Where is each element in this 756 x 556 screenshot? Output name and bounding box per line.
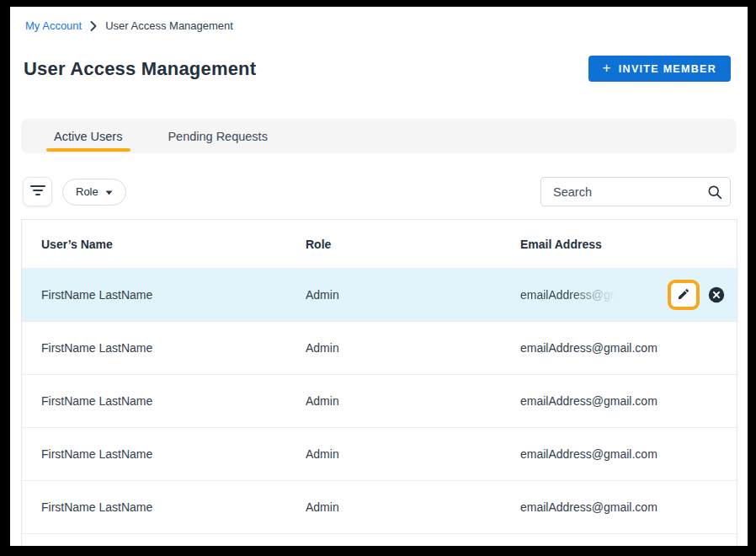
page-header: User Access Management + INVITE MEMBER xyxy=(24,56,731,82)
table-row[interactable]: FirstName LastNameAdminemailAddress@gmai… xyxy=(22,321,737,374)
tab-pending-requests-label: Pending Requests xyxy=(168,130,268,143)
table-row[interactable]: FirstName LastNameAdminemailAddress@gmai… xyxy=(22,374,737,427)
table-row[interactable]: FirstName LastNameAdminemailAddress@gm xyxy=(22,268,737,321)
tab-active-users-label: Active Users xyxy=(54,130,122,143)
row-actions xyxy=(668,280,725,310)
table-row[interactable]: FirstName LastNameAdminemailAddress@gmai… xyxy=(22,427,737,480)
column-header-email: Email Address xyxy=(520,238,737,251)
column-header-role: Role xyxy=(306,238,520,251)
column-header-users-name: User’s Name xyxy=(22,238,306,251)
table-row-partial[interactable] xyxy=(22,533,737,546)
cell-email: emailAddress@gmail.com xyxy=(520,341,737,355)
edit-pencil-icon xyxy=(677,287,690,303)
cell-name: FirstName LastName xyxy=(22,394,306,408)
active-tab-underline xyxy=(46,148,130,152)
cell-role: Admin xyxy=(306,447,520,461)
cell-name: FirstName LastName xyxy=(22,447,306,461)
user-access-page: My Account User Access Management User A… xyxy=(10,7,748,546)
filter-icon xyxy=(30,184,45,199)
invite-member-label: INVITE MEMBER xyxy=(619,63,716,75)
table-body: FirstName LastNameAdminemailAddress@gm F… xyxy=(22,268,737,546)
cell-email: emailAddress@gmail.com xyxy=(520,447,737,461)
cell-role: Admin xyxy=(306,341,520,355)
tab-pending-requests[interactable]: Pending Requests xyxy=(145,119,290,153)
table-row[interactable]: FirstName LastNameAdminemailAddress@gmai… xyxy=(22,480,737,533)
plus-icon: + xyxy=(603,61,612,75)
tab-active-users[interactable]: Active Users xyxy=(31,119,145,153)
invite-member-button[interactable]: + INVITE MEMBER xyxy=(588,56,731,82)
caret-down-icon xyxy=(105,185,113,198)
search-icon[interactable] xyxy=(707,184,722,200)
cell-name: FirstName LastName xyxy=(22,341,306,355)
filter-button[interactable] xyxy=(23,177,52,206)
breadcrumb-link-my-account[interactable]: My Account xyxy=(25,19,82,32)
cell-name: FirstName LastName xyxy=(22,500,306,514)
cell-role: Admin xyxy=(306,500,520,514)
breadcrumb: My Account User Access Management xyxy=(10,7,748,32)
role-filter-dropdown[interactable]: Role xyxy=(62,179,126,206)
role-filter-label: Role xyxy=(76,185,98,198)
table-controls: Role xyxy=(23,177,731,206)
cell-email: emailAddress@gmail.com xyxy=(520,500,737,514)
table-header-row: User’s Name Role Email Address xyxy=(22,220,737,268)
breadcrumb-chevron-icon xyxy=(90,21,97,31)
remove-x-icon xyxy=(708,286,725,303)
tab-bar: Active Users Pending Requests xyxy=(21,119,737,153)
cell-email: emailAddress@gmail.com xyxy=(520,394,737,408)
edit-button[interactable] xyxy=(668,280,700,310)
screenshot-frame: My Account User Access Management User A… xyxy=(0,0,756,556)
cell-role: Admin xyxy=(306,288,520,302)
users-table: User’s Name Role Email Address FirstName… xyxy=(21,219,737,546)
page-title: User Access Management xyxy=(24,58,256,80)
search-box xyxy=(540,177,731,206)
breadcrumb-current: User Access Management xyxy=(105,19,233,32)
cell-name: FirstName LastName xyxy=(22,288,306,302)
search-input[interactable] xyxy=(540,177,731,206)
remove-button[interactable] xyxy=(708,286,725,303)
cell-role: Admin xyxy=(306,394,520,408)
